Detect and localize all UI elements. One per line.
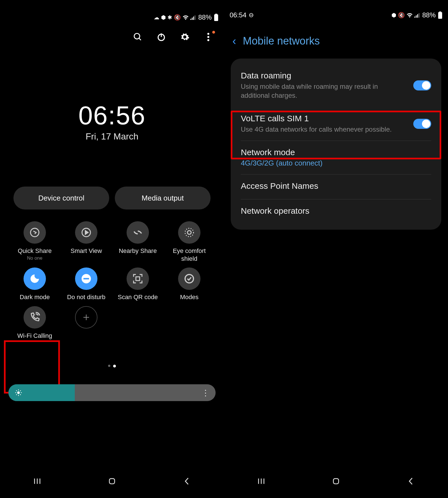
smart-view-icon	[81, 227, 92, 238]
nav-back[interactable]	[182, 476, 192, 486]
bluetooth-icon: ✱	[167, 14, 172, 21]
dark-mode-icon	[29, 273, 40, 284]
wifi-calling-icon	[29, 311, 41, 323]
svg-line-3	[139, 38, 141, 40]
highlight-box-volte	[231, 111, 441, 159]
clock-date: Fri, 17 March	[0, 131, 224, 142]
status-bar: ☁ ⬢ ✱ 🔇 88%	[0, 11, 224, 24]
more-button[interactable]	[203, 32, 213, 42]
svg-marker-11	[85, 231, 88, 234]
tile-wifi-calling[interactable]: Wi-Fi Calling	[11, 306, 59, 340]
svg-rect-32	[109, 479, 115, 484]
mute-icon: 🔇	[398, 12, 405, 18]
svg-line-26	[20, 394, 21, 395]
row-apn[interactable]: Access Point Names	[231, 174, 441, 199]
brightness-icon	[15, 389, 22, 397]
brightness-more-icon[interactable]: ⋮	[202, 388, 209, 397]
tile-smart-view[interactable]: Smart View	[62, 221, 110, 262]
svg-point-7	[207, 36, 209, 38]
settings-button[interactable]	[180, 32, 190, 42]
svg-rect-16	[136, 277, 139, 280]
svg-line-28	[20, 390, 21, 391]
svg-point-20	[17, 391, 20, 394]
svg-line-25	[16, 390, 17, 391]
svg-rect-1	[214, 14, 218, 21]
page-title: Mobile networks	[243, 35, 320, 47]
svg-rect-0	[215, 14, 217, 14]
svg-point-13	[185, 228, 193, 237]
battery-icon	[438, 11, 442, 19]
quick-settings-panel: ☁ ⬢ ✱ 🔇 88% 06:5	[0, 0, 224, 498]
svg-rect-38	[333, 479, 339, 484]
nav-bar	[224, 473, 448, 490]
nav-back[interactable]	[406, 476, 416, 486]
eye-comfort-icon	[184, 227, 195, 238]
nearby-share-icon	[132, 227, 143, 238]
battery-care-icon: ⬢	[161, 14, 166, 21]
tile-eye-comfort[interactable]: Eye comfort shield	[165, 221, 213, 262]
svg-point-8	[207, 39, 209, 41]
tile-scan-qr[interactable]: Scan QR code	[114, 267, 162, 301]
nav-recents[interactable]	[32, 476, 42, 486]
tile-dnd[interactable]: Do not disturb	[62, 267, 110, 301]
svg-rect-33	[439, 11, 441, 12]
clock-time: 06:56	[0, 101, 224, 130]
svg-point-2	[134, 33, 140, 39]
battery-percent: 88%	[198, 13, 212, 21]
wifi-icon	[183, 15, 189, 20]
signal-icon	[190, 15, 196, 20]
status-icons: ⬢ 🔇	[391, 12, 420, 18]
nav-bar	[0, 473, 224, 490]
svg-point-6	[207, 33, 209, 35]
clock: 06:56 Fri, 17 March	[0, 101, 224, 142]
tile-dark-mode[interactable]: Dark mode	[11, 267, 59, 301]
dnd-icon	[81, 273, 92, 284]
tile-add[interactable]	[62, 306, 110, 340]
status-time: 06:54	[230, 11, 246, 19]
plus-icon	[82, 313, 90, 322]
svg-line-27	[16, 394, 17, 395]
row-data-roaming[interactable]: Data roaming Using mobile data while roa…	[231, 64, 441, 107]
dnd-status-icon: ⊖	[249, 11, 254, 19]
media-output-button[interactable]: Media output	[115, 187, 211, 210]
wifi-icon	[407, 13, 413, 18]
device-control-button[interactable]: Device control	[13, 187, 109, 210]
quick-share-icon	[29, 227, 40, 238]
qr-code-icon	[132, 273, 143, 284]
signal-icon	[414, 13, 420, 18]
svg-point-12	[187, 231, 191, 234]
page-header: ‹ Mobile networks	[224, 21, 448, 56]
back-button[interactable]: ‹	[232, 35, 236, 47]
quick-action-pills: Device control Media output	[0, 187, 224, 210]
status-icons: ☁ ⬢ ✱ 🔇	[154, 14, 196, 21]
mute-icon: 🔇	[174, 14, 181, 21]
battery-icon	[214, 14, 218, 21]
nav-recents[interactable]	[256, 476, 266, 486]
row-network-operators[interactable]: Network operators	[231, 199, 441, 224]
search-button[interactable]	[133, 32, 143, 42]
toggle-data-roaming[interactable]	[413, 80, 431, 90]
status-bar: 06:54 ⊖ ⬢ 🔇 88%	[224, 9, 448, 21]
tile-quick-share[interactable]: Quick Share No one	[11, 221, 59, 262]
brightness-slider[interactable]: ⋮	[8, 384, 216, 401]
modes-icon	[184, 273, 195, 284]
svg-rect-34	[438, 12, 442, 19]
power-button[interactable]	[156, 32, 166, 42]
notification-dot-icon	[212, 31, 215, 34]
mobile-networks-panel: 06:54 ⊖ ⬢ 🔇 88% ‹ Mobile networks Data r…	[224, 0, 448, 498]
battery-percent: 88%	[422, 11, 436, 19]
tile-nearby-share[interactable]: Nearby Share	[114, 221, 162, 262]
tile-grid: Quick Share No one Smart View Nearby Sha…	[0, 210, 224, 339]
quick-settings-topbar	[0, 24, 224, 45]
cloud-icon: ☁	[154, 14, 159, 21]
nav-home[interactable]	[331, 476, 341, 486]
tile-modes[interactable]: Modes	[165, 267, 213, 301]
svg-rect-15	[83, 278, 89, 280]
nav-home[interactable]	[107, 476, 117, 486]
svg-point-9	[31, 228, 39, 237]
battery-care-icon: ⬢	[391, 12, 396, 18]
